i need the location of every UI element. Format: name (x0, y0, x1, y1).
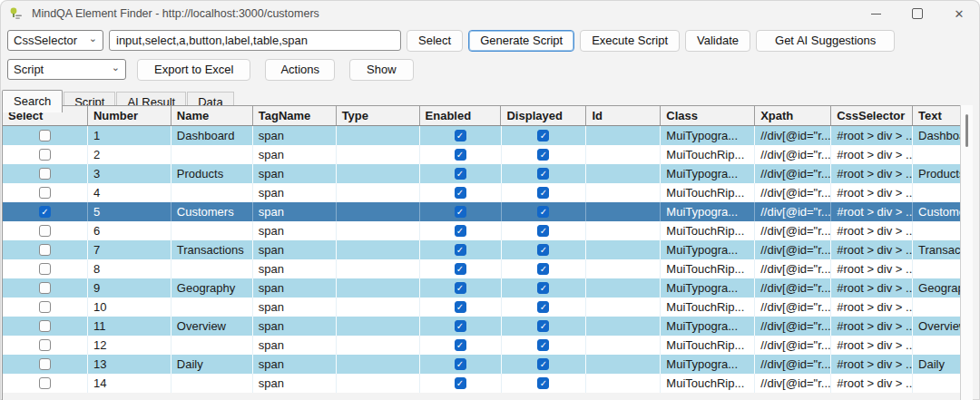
enabled-checkbox[interactable] (455, 377, 466, 389)
table-row[interactable]: 3 Products span MuiTypogra... //div[@id=… (3, 164, 960, 183)
displayed-checkbox[interactable] (537, 301, 549, 313)
displayed-checkbox[interactable] (537, 206, 549, 218)
table-row[interactable]: 6 span MuiTouchRip... //div[@id="r... #r… (3, 221, 960, 240)
enabled-checkbox[interactable] (455, 149, 466, 161)
column-header-type[interactable]: Type (337, 106, 420, 125)
enabled-checkbox[interactable] (455, 168, 466, 180)
row-select-checkbox[interactable] (39, 244, 51, 256)
enabled-checkbox[interactable] (455, 206, 466, 218)
displayed-checkbox[interactable] (537, 187, 549, 199)
cssselector-cell: #root > div > ... (831, 317, 913, 336)
close-button[interactable]: ✕ (938, 0, 980, 27)
app-icon (9, 6, 24, 21)
locator-input[interactable]: input,select,a,button,label,table,span (109, 30, 401, 51)
select-button[interactable]: Select (407, 30, 463, 52)
row-select-checkbox[interactable] (39, 358, 51, 370)
enabled-checkbox[interactable] (455, 225, 466, 237)
column-header-number[interactable]: Number (88, 106, 172, 125)
displayed-checkbox[interactable] (537, 358, 549, 370)
select-cell (3, 145, 88, 164)
row-select-checkbox[interactable] (39, 377, 51, 389)
displayed-checkbox[interactable] (537, 377, 549, 389)
table-row[interactable]: 4 span MuiTouchRip... //div[@id="r... #r… (3, 183, 960, 202)
row-select-checkbox[interactable] (39, 282, 51, 294)
enabled-checkbox[interactable] (455, 130, 466, 141)
displayed-checkbox[interactable] (537, 263, 549, 275)
export-to-excel-button[interactable]: Export to Excel (137, 59, 250, 81)
name-cell: Dashboard (172, 126, 253, 145)
displayed-checkbox[interactable] (537, 225, 549, 237)
selector-type-combo[interactable]: CssSelector ⌄ (7, 30, 103, 51)
column-header-enabled[interactable]: Enabled (420, 106, 502, 125)
get-ai-suggestions-button[interactable]: Get AI Suggestions (756, 30, 895, 52)
column-header-xpath[interactable]: Xpath (755, 106, 831, 125)
displayed-checkbox[interactable] (537, 320, 549, 332)
xpath-cell: //div[@id="r... (755, 259, 831, 278)
enabled-checkbox[interactable] (455, 282, 466, 294)
script-combo[interactable]: Script ⌄ (7, 59, 126, 80)
displayed-checkbox[interactable] (537, 130, 549, 141)
table-row[interactable]: 12 span MuiTouchRip... //div[@id="r... #… (3, 336, 960, 355)
xpath-cell: //div[@id="r... (755, 202, 831, 221)
row-select-checkbox[interactable] (39, 301, 51, 313)
displayed-checkbox[interactable] (537, 282, 549, 294)
table-row[interactable]: 14 span MuiTouchRip... //div[@id="r... #… (3, 374, 960, 393)
row-select-checkbox[interactable] (39, 320, 51, 332)
displayed-checkbox[interactable] (537, 244, 549, 256)
select-cell (3, 164, 88, 183)
row-select-checkbox[interactable] (39, 187, 51, 199)
enabled-checkbox[interactable] (455, 263, 466, 275)
displayed-cell (502, 240, 587, 259)
id-cell (586, 336, 661, 355)
generate-script-button[interactable]: Generate Script (468, 30, 574, 52)
select-cell (3, 336, 88, 355)
maximize-button[interactable] (897, 0, 938, 27)
text-cell: Dashboard (913, 126, 960, 145)
row-select-checkbox[interactable] (39, 149, 51, 161)
column-header-cssselector[interactable]: CssSelector (831, 106, 913, 125)
table-row[interactable]: 5 Customers span MuiTypogra... //div[@id… (3, 202, 960, 221)
enabled-checkbox[interactable] (455, 187, 466, 199)
table-row[interactable]: 1 Dashboard span MuiTypogra... //div[@id… (3, 126, 960, 145)
table-row[interactable]: 8 span MuiTouchRip... //div[@id="r... #r… (3, 259, 960, 278)
row-select-checkbox[interactable] (39, 168, 51, 180)
xpath-cell: //div[@id="r... (755, 221, 831, 240)
table-row[interactable]: 9 Geography span MuiTypogra... //div[@id… (3, 278, 960, 298)
displayed-checkbox[interactable] (537, 339, 549, 351)
vertical-scrollbar[interactable] (960, 105, 973, 400)
row-select-checkbox[interactable] (39, 263, 51, 275)
column-header-name[interactable]: Name (172, 106, 253, 125)
scrollbar-thumb[interactable] (965, 114, 968, 147)
column-header-tagname[interactable]: TagName (253, 106, 337, 125)
execute-script-button[interactable]: Execute Script (580, 30, 680, 52)
displayed-checkbox[interactable] (537, 149, 549, 161)
column-header-class[interactable]: Class (661, 106, 755, 125)
table-row[interactable]: 7 Transactions span MuiTypogra... //div[… (3, 240, 960, 259)
table-row[interactable]: 10 span MuiTouchRip... //div[@id="r... #… (3, 298, 960, 317)
enabled-cell (420, 298, 502, 317)
table-row[interactable]: 2 span MuiTouchRip... //div[@id="r... #r… (3, 145, 960, 164)
tab-search[interactable]: Search (2, 90, 63, 112)
minimize-button[interactable] (855, 0, 897, 27)
table-row[interactable]: 13 Daily span MuiTypogra... //div[@id="r… (3, 355, 960, 374)
script-combo-value: Script (14, 63, 44, 76)
enabled-checkbox[interactable] (455, 244, 466, 256)
column-header-text[interactable]: Text (913, 106, 960, 125)
row-select-checkbox[interactable] (39, 339, 51, 351)
enabled-checkbox[interactable] (455, 320, 466, 332)
column-header-displayed[interactable]: Displayed (501, 106, 586, 125)
row-select-checkbox[interactable] (39, 206, 51, 218)
actions-button[interactable]: Actions (265, 59, 335, 81)
row-select-checkbox[interactable] (39, 130, 51, 141)
type-cell (337, 240, 420, 259)
show-button[interactable]: Show (349, 59, 414, 81)
validate-button[interactable]: Validate (685, 30, 750, 52)
enabled-checkbox[interactable] (455, 339, 466, 351)
selector-type-value: CssSelector (14, 34, 77, 47)
enabled-checkbox[interactable] (455, 301, 466, 313)
enabled-checkbox[interactable] (455, 358, 466, 370)
column-header-id[interactable]: Id (586, 106, 661, 125)
row-select-checkbox[interactable] (39, 225, 51, 237)
table-row[interactable]: 11 Overview span MuiTypogra... //div[@id… (3, 317, 960, 336)
displayed-checkbox[interactable] (537, 168, 549, 180)
